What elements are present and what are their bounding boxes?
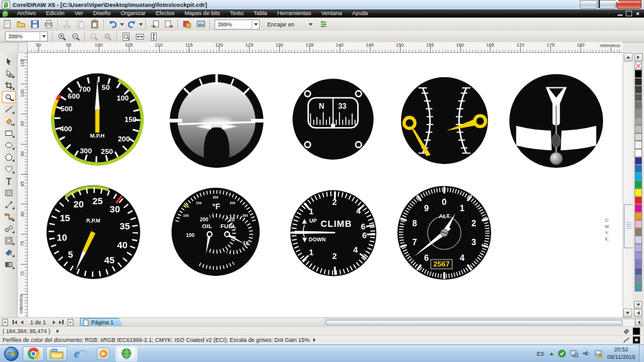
palette-swatch[interactable] bbox=[635, 180, 642, 189]
ellipse-tool[interactable] bbox=[2, 139, 16, 151]
next-page-button[interactable] bbox=[53, 321, 55, 324]
palette-swatch[interactable] bbox=[635, 220, 642, 228]
doc-close-button[interactable] bbox=[635, 11, 640, 16]
scroll-down-button[interactable] bbox=[623, 309, 632, 317]
zoom-selected-button[interactable] bbox=[87, 31, 101, 42]
undo-button[interactable] bbox=[106, 19, 119, 30]
taskbar-wmp-button[interactable] bbox=[92, 346, 114, 361]
menu-item-organizar[interactable]: Organizar bbox=[116, 9, 151, 18]
palette-swatch[interactable] bbox=[635, 101, 642, 109]
page-tab[interactable]: Página 1 bbox=[80, 318, 123, 327]
start-button[interactable] bbox=[2, 346, 21, 361]
minimize-button[interactable] bbox=[580, 0, 597, 9]
ruler-origin[interactable] bbox=[18, 42, 28, 53]
menu-item-mapas-de-bits[interactable]: Mapas de bits bbox=[180, 9, 225, 18]
taskbar-chrome-button[interactable] bbox=[23, 346, 44, 361]
palette-swatch[interactable] bbox=[635, 236, 642, 244]
fill-color-swatch[interactable] bbox=[633, 327, 640, 335]
palette-swatch[interactable] bbox=[635, 133, 642, 141]
menu-item-efectos[interactable]: Efectos bbox=[151, 9, 180, 18]
palette-swatch[interactable] bbox=[635, 125, 642, 133]
gauge-altimeter[interactable]: 0 1 2 3 4 6 7 8 9 ALT 2567 bbox=[395, 184, 494, 282]
rectangle-tool[interactable] bbox=[2, 127, 16, 139]
palette-swatch[interactable] bbox=[635, 173, 642, 181]
palette-swatch[interactable] bbox=[635, 70, 642, 78]
first-page-button[interactable] bbox=[13, 320, 17, 324]
doc-minimize-button[interactable] bbox=[618, 12, 623, 16]
welcome-screen-button[interactable] bbox=[194, 19, 208, 30]
undo-dropdown[interactable] bbox=[119, 23, 125, 26]
new-document-button[interactable] bbox=[0, 19, 14, 30]
last-page-button[interactable] bbox=[59, 320, 64, 324]
canvas[interactable]: 50 100 150 200 250 300 400 500 600 700 M… bbox=[28, 53, 623, 317]
redo-dropdown[interactable] bbox=[138, 23, 143, 26]
gauge-turn-slip[interactable] bbox=[507, 72, 606, 170]
fill-tool[interactable] bbox=[2, 246, 16, 258]
palette-flyout-button[interactable] bbox=[635, 53, 643, 61]
palette-swatch[interactable] bbox=[635, 78, 642, 86]
zoom-to-page-button[interactable] bbox=[119, 31, 133, 42]
interactive-fill-tool[interactable] bbox=[2, 258, 16, 270]
palette-expand-button[interactable] bbox=[634, 309, 642, 317]
text-tool[interactable] bbox=[2, 175, 16, 187]
palette-swatch[interactable] bbox=[635, 149, 642, 157]
cut-button[interactable] bbox=[60, 19, 74, 30]
palette-swatch[interactable] bbox=[635, 118, 642, 126]
palette-swatch[interactable] bbox=[635, 244, 642, 252]
close-button[interactable] bbox=[616, 0, 641, 9]
prev-page-button[interactable] bbox=[21, 321, 23, 324]
crop-tool[interactable] bbox=[2, 79, 16, 91]
print-button[interactable] bbox=[42, 19, 55, 30]
open-button[interactable] bbox=[14, 19, 28, 30]
table-tool[interactable] bbox=[2, 187, 16, 199]
antivirus-tray-icon[interactable] bbox=[558, 349, 566, 358]
outline-color-swatch[interactable] bbox=[633, 336, 640, 344]
menu-item-herramientas[interactable]: Herramientas bbox=[272, 9, 316, 18]
fit-combo[interactable]: Encajar en bbox=[265, 20, 314, 29]
palette-swatch[interactable] bbox=[635, 268, 642, 276]
scrollbar-left-button[interactable] bbox=[635, 319, 642, 326]
shape-tool[interactable] bbox=[2, 67, 16, 79]
save-button[interactable] bbox=[28, 19, 42, 30]
menu-item-archivo[interactable]: Archivo bbox=[12, 9, 41, 18]
taskbar-ie-button[interactable]: e bbox=[69, 346, 91, 361]
gauge-compass[interactable]: N 33 bbox=[287, 73, 379, 165]
zoom-level-combo[interactable]: 399% bbox=[214, 19, 260, 30]
zoom-out-button[interactable] bbox=[69, 31, 82, 42]
zoom-in-button[interactable] bbox=[55, 31, 69, 42]
menu-item-ventana[interactable]: Ventana bbox=[316, 9, 347, 18]
profiles-expand-icon[interactable] bbox=[313, 338, 316, 342]
redo-button[interactable] bbox=[125, 19, 138, 30]
palette-swatch[interactable] bbox=[635, 252, 642, 260]
propbar-zoom-combo[interactable]: 399% bbox=[5, 31, 48, 41]
restore-button[interactable] bbox=[598, 0, 616, 9]
smart-fill-tool[interactable] bbox=[2, 115, 16, 127]
hidden-icons-chevron[interactable] bbox=[550, 353, 553, 355]
menu-item-tabla[interactable]: Tabla bbox=[248, 9, 272, 18]
connector-tool[interactable] bbox=[2, 211, 16, 222]
freehand-tool[interactable] bbox=[2, 103, 16, 115]
gauge-airspeed[interactable]: 50 100 150 200 250 300 400 500 600 700 M… bbox=[49, 71, 146, 168]
gauge-attitude[interactable] bbox=[167, 72, 266, 170]
palette-swatch[interactable] bbox=[635, 228, 642, 236]
dimension-tool[interactable] bbox=[2, 199, 16, 211]
palette-swatch[interactable] bbox=[635, 94, 642, 102]
copy-button[interactable] bbox=[74, 19, 87, 30]
zoom-to-height-button[interactable] bbox=[147, 31, 160, 42]
add-page-icon-2[interactable] bbox=[67, 319, 74, 326]
palette-swatch[interactable] bbox=[635, 283, 642, 292]
taskbar-clock[interactable]: 20:52 09/11/2015 bbox=[608, 346, 635, 361]
export-button[interactable] bbox=[162, 19, 175, 30]
menu-item-texto[interactable]: Texto bbox=[225, 9, 249, 18]
palette-swatch[interactable] bbox=[635, 165, 642, 173]
paste-button[interactable] bbox=[87, 19, 101, 30]
gauge-rpm[interactable]: 5 10 15 20 25 30 35 40 45 R.P.M bbox=[44, 183, 143, 282]
snap-options-button[interactable] bbox=[316, 19, 330, 30]
doc-restore-button[interactable] bbox=[626, 11, 632, 16]
palette-swatch[interactable] bbox=[635, 260, 642, 268]
polygon-tool[interactable] bbox=[2, 151, 16, 163]
blend-tool[interactable] bbox=[2, 222, 16, 234]
gauge-oil-fuel-temp[interactable]: 100 150 200 250 300 °F 200 100 OIL FUEL … bbox=[167, 184, 264, 280]
menu-item-diseño[interactable]: Diseño bbox=[88, 9, 116, 18]
application-launcher-button[interactable] bbox=[180, 19, 194, 30]
